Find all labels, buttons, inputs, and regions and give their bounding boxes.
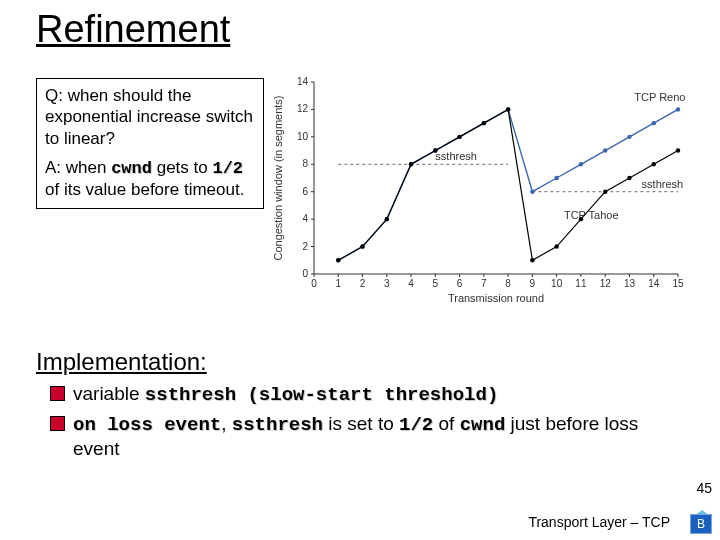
bullet-text-1: variable ssthresh (slow-start threshold) <box>73 382 498 408</box>
svg-point-80 <box>506 107 510 111</box>
svg-text:0: 0 <box>302 268 308 279</box>
svg-point-69 <box>603 148 607 152</box>
question: Q: when should the exponential increase … <box>45 85 255 149</box>
list-item: variable ssthresh (slow-start threshold) <box>50 382 676 408</box>
svg-point-86 <box>652 162 656 166</box>
svg-point-72 <box>676 107 680 111</box>
svg-point-68 <box>579 162 583 166</box>
svg-text:TCP Reno: TCP Reno <box>634 91 685 103</box>
footer-text: Transport Layer – TCP <box>528 514 670 530</box>
svg-text:2: 2 <box>360 278 366 289</box>
a-post: of its value before timeout. <box>45 180 244 199</box>
svg-point-82 <box>554 244 558 248</box>
impl-heading: Implementation: <box>36 348 676 376</box>
answer: A: when cwnd gets to 1/2 of its value be… <box>45 157 255 201</box>
svg-point-81 <box>530 258 534 262</box>
svg-text:ssthresh: ssthresh <box>642 178 684 190</box>
svg-text:Transmission round: Transmission round <box>448 292 544 304</box>
back-badge[interactable]: B <box>690 514 712 534</box>
slide-title: Refinement <box>36 8 230 51</box>
list-item: on loss event, ssthresh is set to 1/2 of… <box>50 412 676 462</box>
svg-text:0: 0 <box>311 278 317 289</box>
bullet-text-2: on loss event, ssthresh is set to 1/2 of… <box>73 412 676 462</box>
qa-box: Q: when should the exponential increase … <box>36 78 264 209</box>
svg-text:TCP Tahoe: TCP Tahoe <box>564 209 619 221</box>
congestion-chart: 024681012140123456789101112131415Transmi… <box>268 74 688 304</box>
svg-point-70 <box>627 135 631 139</box>
svg-point-83 <box>579 217 583 221</box>
svg-point-71 <box>652 121 656 125</box>
svg-text:13: 13 <box>624 278 636 289</box>
svg-point-75 <box>385 217 389 221</box>
a-label: A: <box>45 158 61 177</box>
svg-point-74 <box>360 244 364 248</box>
svg-text:8: 8 <box>302 158 308 169</box>
svg-text:14: 14 <box>297 76 309 87</box>
bullet-icon <box>50 416 65 431</box>
svg-text:ssthresh: ssthresh <box>435 150 477 162</box>
svg-text:6: 6 <box>457 278 463 289</box>
svg-point-66 <box>530 190 534 194</box>
svg-text:3: 3 <box>384 278 390 289</box>
svg-text:5: 5 <box>433 278 439 289</box>
svg-point-84 <box>603 190 607 194</box>
svg-text:8: 8 <box>505 278 511 289</box>
svg-text:10: 10 <box>297 131 309 142</box>
svg-point-76 <box>409 162 413 166</box>
svg-text:10: 10 <box>551 278 563 289</box>
q-text: when should the exponential increase swi… <box>45 86 253 148</box>
svg-text:6: 6 <box>302 186 308 197</box>
a-cwnd: cwnd <box>111 159 152 178</box>
svg-text:14: 14 <box>648 278 660 289</box>
svg-point-87 <box>676 148 680 152</box>
svg-point-77 <box>433 148 437 152</box>
q-label: Q: <box>45 86 63 105</box>
a-mid: gets to <box>152 158 212 177</box>
svg-point-85 <box>627 176 631 180</box>
svg-text:12: 12 <box>297 103 309 114</box>
svg-text:Congestion window (in segments: Congestion window (in segments) <box>272 95 284 260</box>
bullet-icon <box>50 386 65 401</box>
svg-text:9: 9 <box>530 278 536 289</box>
svg-text:7: 7 <box>481 278 487 289</box>
svg-point-79 <box>482 121 486 125</box>
svg-text:2: 2 <box>302 241 308 252</box>
svg-text:11: 11 <box>575 278 587 289</box>
implementation-section: Implementation: variable ssthresh (slow-… <box>36 348 676 466</box>
svg-text:4: 4 <box>408 278 414 289</box>
page-number: 45 <box>696 480 712 496</box>
svg-point-78 <box>457 135 461 139</box>
svg-text:15: 15 <box>672 278 684 289</box>
a-pre: when <box>66 158 111 177</box>
svg-point-67 <box>554 176 558 180</box>
svg-text:1: 1 <box>335 278 341 289</box>
svg-text:4: 4 <box>302 213 308 224</box>
a-half: 1/2 <box>212 159 243 178</box>
svg-point-73 <box>336 258 340 262</box>
svg-text:12: 12 <box>600 278 612 289</box>
